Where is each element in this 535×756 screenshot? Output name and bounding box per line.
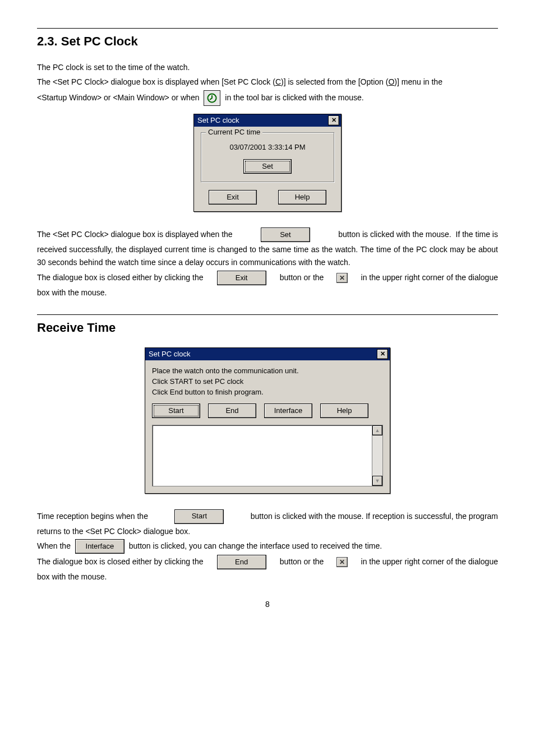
- paragraph: Time reception begins when the Start but…: [37, 509, 498, 524]
- titlebar: Set PC clock ✕: [194, 114, 341, 127]
- clock-toolbar-icon[interactable]: [204, 90, 220, 106]
- current-time-value: 03/07/2001 3:33:14 PM: [207, 143, 328, 151]
- text: The dialogue box is closed either by cli…: [37, 271, 205, 285]
- interface-button-inline[interactable]: Interface: [75, 539, 124, 554]
- interface-button[interactable]: Interface: [264, 403, 312, 418]
- scroll-up-icon[interactable]: ▲: [372, 425, 382, 435]
- set-button-inline[interactable]: Set: [261, 228, 310, 242]
- clock-icon: [206, 92, 218, 104]
- text: )] is selected from the [Option (: [281, 77, 388, 86]
- help-button[interactable]: Help: [320, 403, 368, 418]
- heading-receive-time: Receive Time: [37, 321, 498, 335]
- text: The <Set PC Clock> dialogue box is displ…: [37, 228, 235, 242]
- end-button-inline[interactable]: End: [217, 555, 266, 569]
- paragraph: The dialogue box is closed either by cli…: [37, 271, 498, 285]
- paragraph: The PC clock is set to the time of the w…: [37, 61, 498, 75]
- text: <Startup Window> or <Main Window> or whe…: [37, 91, 201, 105]
- mnemonic-c: C: [275, 77, 281, 86]
- help-button[interactable]: Help: [278, 190, 326, 205]
- exit-button-inline[interactable]: Exit: [217, 271, 266, 285]
- heading-set-pc-clock: 2.3. Set PC Clock: [37, 34, 498, 49]
- paragraph: When the Interface button is clicked, yo…: [37, 539, 498, 554]
- instruction-line: Click End button to finish program.: [152, 387, 383, 398]
- paragraph: <Startup Window> or <Main Window> or whe…: [37, 90, 498, 106]
- text: button or the: [278, 271, 326, 285]
- current-pc-time-group: Current PC time 03/07/2001 3:33:14 PM Se…: [201, 132, 334, 182]
- text: button is clicked, you can change the in…: [127, 540, 382, 553]
- text: in the upper right corner of the dialogu…: [359, 555, 498, 569]
- close-icon[interactable]: ✕: [328, 115, 339, 126]
- group-legend: Current PC time: [206, 128, 262, 136]
- paragraph: The <Set PC Clock> dialogue box is displ…: [37, 228, 498, 242]
- text: When the: [37, 540, 73, 553]
- scrollbar[interactable]: ▲ ▼: [372, 425, 382, 486]
- receive-time-dialog: Set PC clock ✕ Place the watch onto the …: [145, 347, 390, 494]
- exit-button[interactable]: Exit: [209, 190, 257, 205]
- paragraph: box with the mouse.: [37, 571, 498, 584]
- text: button is clicked with the mouse. If the…: [336, 228, 498, 242]
- close-icon[interactable]: ✕: [377, 349, 388, 359]
- close-icon[interactable]: ✕: [336, 273, 348, 283]
- paragraph: returns to the <Set PC Clock> dialogue b…: [37, 525, 498, 539]
- scroll-track[interactable]: [372, 435, 382, 476]
- page-number: 8: [37, 600, 498, 609]
- paragraph: received successfully, the displayed cur…: [37, 243, 498, 270]
- titlebar: Set PC clock ✕: [145, 348, 390, 360]
- scroll-down-icon[interactable]: ▼: [372, 476, 382, 486]
- start-button-inline[interactable]: Start: [174, 509, 224, 524]
- text: The dialogue box is closed either by cli…: [37, 555, 205, 569]
- dialog-title: Set PC clock: [197, 116, 328, 124]
- text: in the upper right corner of the dialogu…: [359, 271, 498, 285]
- log-textarea[interactable]: ▲ ▼: [152, 425, 383, 486]
- section-rule-mid: [37, 314, 498, 315]
- end-button[interactable]: End: [208, 403, 256, 418]
- paragraph: The dialogue box is closed either by cli…: [37, 555, 498, 569]
- instruction-text: Place the watch onto the communication u…: [152, 366, 383, 398]
- set-pc-clock-dialog: Set PC clock ✕ Current PC time 03/07/200…: [193, 114, 342, 212]
- paragraph: The <Set PC Clock> dialogue box is displ…: [37, 76, 498, 89]
- text: The <Set PC Clock> dialogue box is displ…: [37, 77, 275, 86]
- instruction-line: Click START to set PC clock: [152, 377, 383, 387]
- section-rule-top: [37, 28, 498, 29]
- text: )] menu in the: [394, 77, 442, 86]
- mnemonic-o: O: [388, 77, 394, 86]
- dialog-title: Set PC clock: [149, 350, 377, 358]
- text: in the tool bar is clicked with the mous…: [223, 91, 363, 105]
- paragraph: box with the mouse.: [37, 286, 498, 300]
- text: button is clicked with the mouse. If rec…: [248, 510, 498, 523]
- instruction-line: Place the watch onto the communication u…: [152, 366, 383, 377]
- set-button[interactable]: Set: [243, 159, 292, 174]
- close-icon[interactable]: ✕: [336, 557, 348, 567]
- text: button or the: [278, 555, 326, 569]
- start-button[interactable]: Start: [152, 403, 200, 418]
- text: Time reception begins when the: [37, 510, 150, 523]
